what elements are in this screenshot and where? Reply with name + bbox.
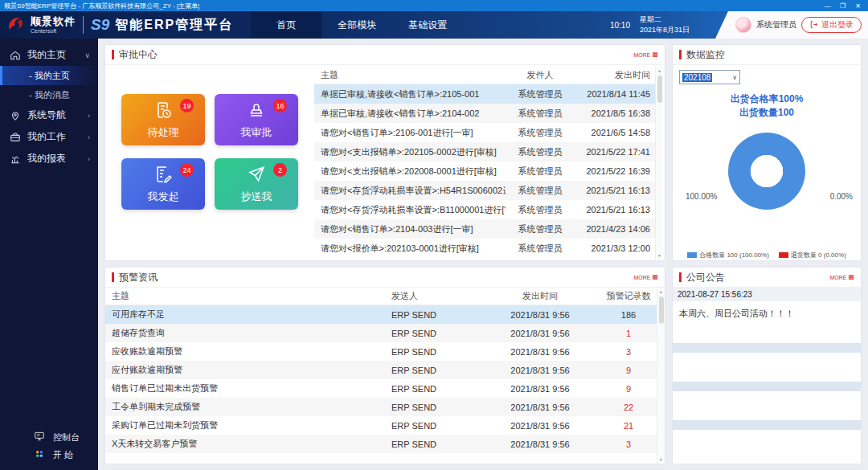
announcements-more-button[interactable]: MORE ▦ xyxy=(829,274,854,280)
sidebar-item-我的主页[interactable]: 我的主页∨ xyxy=(0,44,98,66)
row-subject: 超储存货查询 xyxy=(105,327,391,339)
nav-tab[interactable]: 全部模块 xyxy=(321,11,392,39)
sidebar-item-label: 我的工作 xyxy=(27,130,66,144)
donut-legend: 合格数量 100 (100.00%)退货数量 0 (0.00%) xyxy=(673,251,861,260)
brand: 顺景软件 Centersoft S9 智能ERP管理平台 xyxy=(0,13,233,37)
nav-tab[interactable]: 首页 xyxy=(251,11,321,39)
console-monitor-icon xyxy=(34,431,45,443)
announcement-empty-strip xyxy=(673,420,861,430)
approval-row[interactable]: 单据已审核,请接收<销售订单>:2105-001系统管理员2021/8/14 1… xyxy=(314,84,655,104)
maximize-button[interactable]: ❐ xyxy=(837,1,849,11)
tile-我发起[interactable]: 24我发起 xyxy=(121,158,205,210)
alert-row[interactable]: 超储存货查询ERP SEND2021/8/31 9:561 xyxy=(105,324,657,342)
nav-tab[interactable]: 基础设置 xyxy=(392,11,463,39)
approval-more-button[interactable]: MORE ▦ xyxy=(633,51,658,58)
sidebar-item-系统导航[interactable]: 系统导航› xyxy=(0,104,98,126)
sidebar-item-我的报表[interactable]: 我的报表› xyxy=(0,148,98,170)
alerts-table: 主题发送人发出时间预警记录数 可用库存不足ERP SEND2021/8/31 9… xyxy=(105,288,657,464)
avatar[interactable] xyxy=(735,17,751,33)
sidebar-item-我的工作[interactable]: 我的工作› xyxy=(0,126,98,148)
alert-row[interactable]: 销售订单已过期未出货预警ERP SEND2021/8/31 9:569 xyxy=(105,379,657,398)
scroll-up-icon[interactable]: ▲ xyxy=(659,289,663,294)
shipment-qty-headline: 出货数量100 xyxy=(673,106,861,120)
row-time: 2021/8/31 9:56 xyxy=(480,329,600,338)
announcement-time: 2021-08-27 15:56:23 xyxy=(673,288,861,301)
row-sender: ERP SEND xyxy=(391,310,480,320)
content: 审批中心 MORE ▦ 19待处理16我审批24我发起2抄送我 主题发件人发出时… xyxy=(98,39,868,470)
os-titlebar: 顺景S9智能ERP管理平台 - 广东顺景软件科技有限公司_ZY - [主菜单] … xyxy=(0,0,868,11)
approval-panel-title: 审批中心 xyxy=(119,48,158,62)
logout-icon xyxy=(809,20,818,31)
donut-chart xyxy=(728,133,805,210)
approval-row[interactable]: 请您对<销售订单>:2106-001进行[一审]系统管理员2021/6/5 14… xyxy=(314,123,655,142)
row-subject: 应收账款逾期预警 xyxy=(105,345,391,358)
row-sender: 系统管理员 xyxy=(506,204,575,216)
app-window: 顺景S9智能ERP管理平台 - 广东顺景软件科技有限公司_ZY - [主菜单] … xyxy=(0,0,868,470)
row-alert-count: 21 xyxy=(600,421,657,431)
row-alert-count: 186 xyxy=(600,310,657,320)
approval-row[interactable]: 单据已审核,请接收<销售订单>:2104-002系统管理员2021/8/5 16… xyxy=(314,104,655,123)
scroll-up-icon[interactable]: ▲ xyxy=(657,68,661,73)
window-controls: — ❐ ✕ xyxy=(821,1,864,11)
chevron-right-icon: › xyxy=(88,155,90,163)
scroll-thumb[interactable] xyxy=(659,296,664,324)
column-header: 发出时间 xyxy=(480,290,600,302)
announcement-empty-strip xyxy=(673,343,861,353)
row-subject: 请您对<报价单>:202103-0001进行[审核] xyxy=(314,243,506,255)
clock: 10:10 xyxy=(610,21,630,30)
announcement-empty-slot xyxy=(673,430,861,459)
announcement-empty-slot xyxy=(673,353,861,382)
legend-swatch xyxy=(687,252,697,258)
scroll-down-icon[interactable]: ▼ xyxy=(657,253,661,258)
tile-抄送我[interactable]: 2抄送我 xyxy=(215,158,298,210)
alerts-more-button[interactable]: MORE ▦ xyxy=(633,274,658,280)
alert-row[interactable]: X天未转交易客户预警ERP SEND2021/8/31 9:563 xyxy=(105,435,657,453)
row-sender: 系统管理员 xyxy=(506,243,575,255)
grid-icon: ▦ xyxy=(652,274,658,280)
column-header: 主题 xyxy=(314,69,506,81)
alert-row[interactable]: 可用库存不足ERP SEND2021/8/31 9:56186 xyxy=(105,305,657,324)
legend-swatch xyxy=(779,252,788,258)
logout-button[interactable]: 退出登录 xyxy=(801,17,862,33)
approval-tiles: 19待处理16我审批24我发起2抄送我 xyxy=(105,65,308,261)
pending-icon xyxy=(154,100,173,123)
alert-row[interactable]: 采购订单已过期未到货预警ERP SEND2021/8/31 9:5621 xyxy=(105,416,657,435)
column-header: 发出时间 xyxy=(575,69,655,81)
approval-row[interactable]: 请您对<支出报销单>:202105-0002进行[审核]系统管理员2021/5/… xyxy=(314,142,655,161)
approval-row[interactable]: 请您对<支出报销单>:202008-0001进行[审核]系统管理员2021/5/… xyxy=(314,161,655,181)
chevron-right-icon: › xyxy=(88,112,90,120)
start-button[interactable]: 开 始 xyxy=(0,446,98,464)
announcement-text[interactable]: 本周六、周日公司活动！！！ xyxy=(673,301,861,343)
row-sender: 系统管理员 xyxy=(506,185,575,197)
close-button[interactable]: ✕ xyxy=(852,1,864,11)
approval-row[interactable]: 请您对<存货浮动耗损率设置>:H54R1S006002进行[审核]系统管理员20… xyxy=(314,181,655,200)
row-sender: 系统管理员 xyxy=(506,166,575,178)
approval-row[interactable]: 请您对<销售订单>:2104-003进行[一审]系统管理员2021/4/23 1… xyxy=(314,219,655,239)
approval-center-panel: 审批中心 MORE ▦ 19待处理16我审批24我发起2抄送我 主题发件人发出时… xyxy=(104,44,665,261)
scroll-thumb[interactable] xyxy=(657,76,662,103)
minimize-button[interactable]: — xyxy=(821,1,833,11)
alert-row[interactable]: 应收账款逾期预警ERP SEND2021/8/31 9:563 xyxy=(105,342,657,361)
sidebar-subitem-我的消息[interactable]: - 我的消息 xyxy=(0,85,98,104)
alert-row[interactable]: 应付账款逾期预警ERP SEND2021/8/31 9:569 xyxy=(105,361,657,379)
chevron-right-icon: › xyxy=(88,133,90,141)
approval-table-body: 单据已审核,请接收<销售订单>:2105-001系统管理员2021/8/14 1… xyxy=(314,84,655,258)
period-value: 202108 xyxy=(682,73,712,82)
grid-icon: ▦ xyxy=(652,51,658,58)
approval-scrollbar[interactable]: ▲ ▼ xyxy=(655,67,663,260)
approval-row[interactable]: 请您对<存货浮动耗损率设置>:B11000001进行[审核]系统管理员2021/… xyxy=(314,200,655,219)
row-subject: 请您对<存货浮动耗损率设置>:H54R1S006002进行[审核] xyxy=(314,185,506,197)
tile-待处理[interactable]: 19待处理 xyxy=(121,94,205,145)
alerts-scrollbar[interactable]: ▲ ▼ xyxy=(657,288,665,464)
alert-row[interactable]: 工令单到期未完成预警ERP SEND2021/8/31 9:5622 xyxy=(105,398,657,416)
chevron-down-icon: ∨ xyxy=(84,51,90,59)
sidebar-subitem-我的主页[interactable]: - 我的主页 xyxy=(0,66,98,85)
tile-我审批[interactable]: 16我审批 xyxy=(215,94,298,145)
app-header: 顺景软件 Centersoft S9 智能ERP管理平台 首页全部模块基础设置 … xyxy=(0,11,868,39)
alerts-table-body: 可用库存不足ERP SEND2021/8/31 9:56186超储存货查询ERP… xyxy=(105,305,657,453)
scroll-down-icon[interactable]: ▼ xyxy=(659,457,663,462)
monitor-panel-title: 数据监控 xyxy=(686,48,725,62)
console-button[interactable]: 控制台 xyxy=(0,428,98,446)
approval-row[interactable]: 请您对<报价单>:202103-0001进行[审核]系统管理员2021/3/3 … xyxy=(314,239,655,258)
period-select[interactable]: 202108 ∨ xyxy=(679,70,740,84)
